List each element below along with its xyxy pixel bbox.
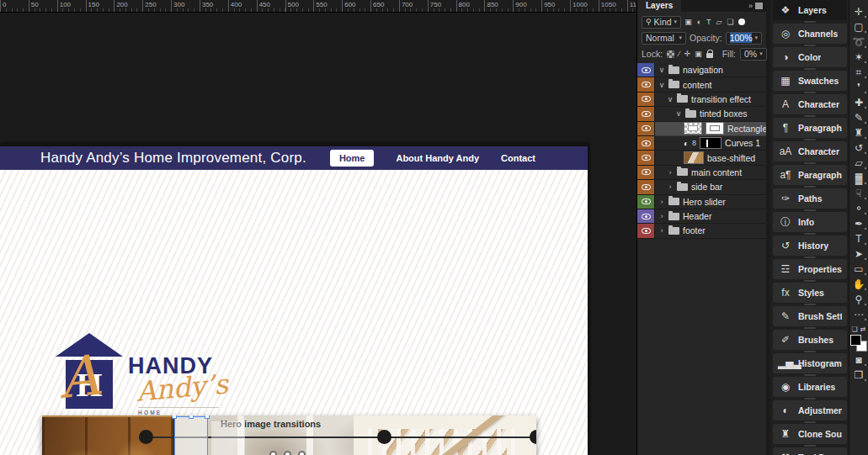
panel-tab-drag-handle[interactable] — [804, 21, 816, 23]
pen-tool[interactable]: ✒ — [849, 218, 868, 233]
layer-content[interactable]: ›Header — [655, 209, 766, 224]
panel-tab-paths[interactable]: ✑Paths — [773, 188, 847, 209]
layer-row-header[interactable]: ›Header — [637, 209, 766, 224]
panel-tab-swatches[interactable]: ▦Swatches — [773, 71, 847, 91]
panel-tab-drag-handle[interactable] — [804, 280, 816, 282]
panel-tab-drag-handle[interactable] — [804, 374, 816, 376]
panel-tab-drag-handle[interactable] — [804, 68, 816, 70]
quick-selection-tool[interactable]: ✶ — [849, 51, 868, 66]
panel-tab-drag-handle[interactable] — [804, 162, 816, 164]
lock-all-icon[interactable] — [706, 53, 713, 58]
collapse-panel-icon[interactable]: » — [748, 2, 755, 10]
opacity-input[interactable]: 100% ▾ — [726, 32, 762, 45]
layer-row-rectangle-1[interactable]: Rectangle 1 — [637, 122, 766, 136]
filter-kind-dropdown[interactable]: ⚲ Kind ▾ — [642, 16, 681, 29]
history-brush-tool[interactable]: ↺ — [849, 142, 868, 157]
layer-content[interactable]: ›Hero slider — [655, 195, 766, 209]
hero-image[interactable]: Hero image transitions — [42, 415, 536, 455]
panel-tab-character-sty-[interactable]: aACharacter Sty… — [773, 141, 847, 161]
visibility-toggle[interactable] — [637, 180, 655, 194]
chevron-right-icon[interactable]: › — [658, 212, 665, 220]
panel-tab-paragraph[interactable]: ¶Paragraph — [773, 118, 847, 138]
chevron-right-icon[interactable]: › — [667, 168, 674, 177]
rectangular-marquee-tool[interactable]: ▢ — [849, 21, 868, 36]
panel-tab-drag-handle[interactable] — [804, 92, 816, 93]
chevron-down-icon[interactable]: ∨ — [658, 81, 665, 89]
screen-mode-button[interactable]: ❐ — [849, 369, 868, 384]
chevron-down-icon[interactable]: ∨ — [675, 109, 682, 118]
panel-tab-drag-handle[interactable] — [804, 45, 816, 46]
panel-tab-info[interactable]: ⓘInfo — [773, 212, 847, 232]
nav-link-home[interactable]: Home — [330, 150, 375, 167]
layer-content[interactable]: ›footer — [655, 224, 766, 238]
eraser-tool[interactable]: ▱ — [849, 157, 868, 172]
clone-stamp-tool[interactable]: ♜ — [849, 127, 868, 142]
lock-image-icon[interactable]: ∕ — [679, 50, 680, 58]
nav-link-contact[interactable]: Contact — [501, 153, 535, 163]
layer-row-hero-slider[interactable]: ›Hero slider — [637, 195, 766, 209]
visibility-toggle[interactable] — [637, 63, 655, 77]
panel-tab-styles[interactable]: fxStyles — [773, 283, 847, 303]
layer-content[interactable]: ∨navigation — [655, 63, 766, 77]
visibility-toggle[interactable] — [637, 209, 655, 224]
layer-content[interactable]: ∨content — [655, 77, 766, 92]
layer-content[interactable]: Rectangle 1 — [655, 122, 766, 136]
panel-tab-drag-handle[interactable] — [804, 327, 816, 329]
panel-tab-paragraph-st-[interactable]: a¶Paragraph St… — [773, 165, 847, 185]
zoom-tool[interactable]: ⚲ — [849, 294, 868, 309]
layer-content[interactable]: ∨transition effect — [655, 93, 766, 107]
nav-link-about-handy-andy[interactable]: About Handy Andy — [396, 153, 479, 163]
panel-tab-adjustments[interactable]: ◐Adjustments — [773, 400, 847, 421]
panel-menu-icon[interactable] — [755, 3, 763, 9]
layer-content[interactable]: ∨tinted boxes — [655, 107, 766, 121]
panel-tab-color[interactable]: ◑Color — [773, 47, 847, 67]
edit-toolbar-button[interactable]: ⋯ — [849, 309, 868, 324]
default-colors-icon[interactable]: ❏ — [852, 325, 858, 334]
panel-tab-tool-presets[interactable]: ⚒Tool Presets — [773, 447, 847, 455]
lock-position-icon[interactable]: ✛ — [684, 50, 691, 58]
panel-tab-drag-handle[interactable] — [804, 139, 816, 140]
layer-row-transition-effect[interactable]: ∨transition effect — [637, 93, 766, 107]
layer-row-side-bar[interactable]: ›side bar — [637, 180, 766, 194]
panel-tab-channels[interactable]: ◎Channels — [773, 24, 847, 44]
quick-mask-button[interactable]: ◙ — [849, 354, 868, 369]
layer-content[interactable]: base-shifted — [655, 151, 766, 165]
layer-row-navigation[interactable]: ∨navigation — [637, 63, 766, 77]
panel-tab-character[interactable]: ACharacter — [773, 94, 847, 114]
brush-tool[interactable]: ✎ — [849, 112, 868, 127]
swap-colors-icon[interactable]: ⇄ — [860, 325, 866, 334]
type-tool[interactable]: T — [849, 233, 868, 248]
panel-tab-brush-setting-[interactable]: ✎Brush Setting… — [773, 306, 847, 326]
blend-mode-dropdown[interactable]: Normal ▾ — [642, 32, 686, 45]
layer-row-tinted-boxes[interactable]: ∨tinted boxes — [637, 107, 766, 121]
lock-transparency-icon[interactable] — [667, 50, 674, 58]
panel-tab-layers[interactable]: ❖Layers — [773, 0, 847, 20]
panel-tab-libraries[interactable]: ◉Libraries — [773, 377, 847, 397]
layer-row-main-content[interactable]: ›main content — [637, 166, 766, 180]
layer-row-footer[interactable]: ›footer — [637, 224, 766, 238]
crop-tool[interactable]: ⌗ — [849, 66, 868, 82]
panel-tab-drag-handle[interactable] — [804, 186, 816, 188]
slider-dot[interactable] — [377, 430, 391, 444]
hand-tool[interactable]: ✋ — [849, 278, 868, 294]
transform-handle[interactable] — [189, 415, 194, 419]
layers-panel-tab[interactable]: Layers — [637, 0, 681, 12]
visibility-toggle[interactable] — [637, 151, 655, 165]
filter-shape-layers-icon[interactable]: ▱ — [716, 19, 722, 26]
eyedropper-tool[interactable]: ❜ — [849, 82, 868, 97]
layer-content[interactable]: ◐8Curves 1 — [655, 136, 766, 151]
move-tool[interactable]: ✛ — [849, 6, 868, 21]
transform-handle[interactable] — [205, 415, 210, 419]
transform-handle[interactable] — [172, 415, 177, 419]
document-canvas[interactable]: Handy Andy’s Home Improvement, Corp. Hom… — [0, 143, 588, 455]
path-selection-tool[interactable]: ➤ — [849, 248, 868, 263]
layer-row-base-shifted[interactable]: base-shifted — [637, 151, 766, 165]
chevron-right-icon[interactable]: › — [667, 183, 674, 191]
pagination-dot[interactable] — [269, 451, 277, 455]
visibility-toggle[interactable] — [637, 93, 655, 107]
pagination-dot[interactable] — [284, 451, 291, 455]
lock-artboard-icon[interactable]: ▣ — [695, 50, 702, 58]
panel-tab-drag-handle[interactable] — [804, 445, 816, 447]
chevron-down-icon[interactable]: ∨ — [667, 95, 674, 103]
layer-content[interactable]: ›main content — [655, 166, 766, 180]
